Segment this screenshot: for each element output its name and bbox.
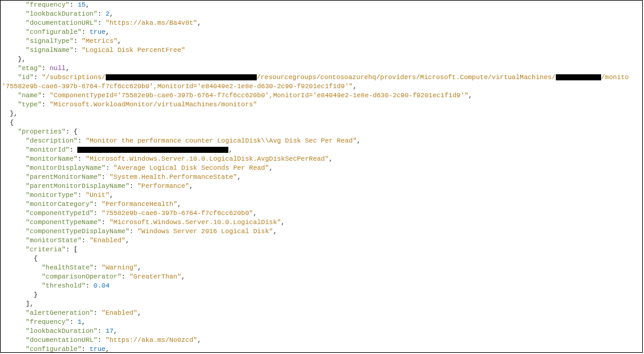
json-key: "name" xyxy=(18,92,42,99)
json-null: null xyxy=(50,65,65,72)
json-key: "type" xyxy=(18,101,42,108)
json-number: 15 xyxy=(77,1,85,8)
redacted-block xyxy=(106,74,257,80)
json-string: "Warning" xyxy=(101,264,137,271)
json-key: "lookbackDuration" xyxy=(26,10,98,18)
json-string: "Microsoft.Windows.Server.10.0.LogicalDi… xyxy=(109,219,281,226)
json-string: "Logical Disk PercentFree" xyxy=(82,47,185,54)
json-string: "Monitor the performance counter Logical… xyxy=(86,137,357,144)
json-code-block: "frequency": 15, "lookbackDuration": 2, … xyxy=(1,1,642,353)
json-bool: true xyxy=(89,346,105,353)
json-key: "alertGeneration" xyxy=(26,309,94,317)
json-key: "monitorName" xyxy=(26,155,78,163)
json-key: "frequency" xyxy=(26,318,70,326)
json-key: "configurable" xyxy=(26,346,82,353)
json-string: /monito xyxy=(601,74,629,81)
json-key: "signalType" xyxy=(26,37,74,45)
json-key: "monitorType" xyxy=(26,191,78,199)
json-string: '75582e9b-cae6-397b-6764-f7cf6cc620b0',M… xyxy=(2,83,353,90)
json-string: "Average Logical Disk Seconds Per Read" xyxy=(114,164,269,172)
json-key: "comparisonOperator" xyxy=(42,273,121,280)
json-string: "Microsoft.WorkloadMonitor/virtualMachin… xyxy=(50,101,257,108)
json-key: "componentTypeId" xyxy=(26,210,94,217)
json-key: "monitorState" xyxy=(26,237,82,244)
json-string: "Microsoft.Windows.Server.10.0.LogicalDi… xyxy=(86,155,329,163)
json-key: "description" xyxy=(26,137,78,144)
json-key: "frequency" xyxy=(26,1,70,8)
json-string: "Metrics" xyxy=(82,37,117,45)
json-key: "componentTypeName" xyxy=(26,219,101,226)
json-key: "healthState" xyxy=(42,264,94,271)
json-number: 17 xyxy=(106,327,114,335)
json-string: "Unit" xyxy=(86,191,110,199)
json-string: "GreaterThan" xyxy=(129,273,181,280)
json-key: "id" xyxy=(18,74,33,81)
json-string: "ComponentTypeId='75582e9b-cae6-397b-676… xyxy=(50,92,468,99)
redacted-block xyxy=(77,147,228,153)
json-key: "lookbackDuration" xyxy=(26,327,98,335)
json-key: "configurable" xyxy=(26,28,82,36)
json-string: "Windows Server 2016 Logical Disk" xyxy=(137,228,272,235)
redacted-block xyxy=(556,74,601,80)
json-string: "System.Health.PerformanceState" xyxy=(109,173,237,181)
json-key: "properties" xyxy=(18,128,65,135)
json-string: "75582e9b-cae6-397b-6764-f7cf6cc620b0" xyxy=(101,210,253,217)
json-string: "Enabled" xyxy=(101,309,137,317)
json-key: "threshold" xyxy=(42,282,86,289)
json-key: "monitorDisplayName" xyxy=(26,164,106,172)
json-string: "/subscriptions/ xyxy=(42,74,106,81)
json-key: "criteria" xyxy=(26,246,66,253)
json-key: "documentationURL" xyxy=(26,19,98,27)
json-string: "Enabled" xyxy=(89,237,125,244)
json-key: "parentMonitorName" xyxy=(26,173,101,181)
json-key: "componentTypeDisplayName" xyxy=(26,228,130,235)
json-key: "signalName" xyxy=(26,47,74,54)
json-string: "Performance" xyxy=(137,182,189,190)
json-key: "etag" xyxy=(18,65,42,72)
json-key: "monitorCategory" xyxy=(26,201,94,208)
json-number: 0.04 xyxy=(94,282,109,289)
json-string: "PerformanceHealth" xyxy=(101,201,177,208)
json-key: "monitorId" xyxy=(26,146,70,153)
json-bool: true xyxy=(89,28,105,36)
json-key: "parentMonitorDisplayName" xyxy=(26,182,130,190)
json-key: "documentationURL" xyxy=(26,336,98,344)
json-string: "https://aka.ms/No0zcd" xyxy=(106,336,198,344)
json-string: /resourcegroups/contosoazurehq/providers… xyxy=(257,74,556,81)
json-string: "https://aka.ms/Ba4v8t" xyxy=(106,19,198,27)
